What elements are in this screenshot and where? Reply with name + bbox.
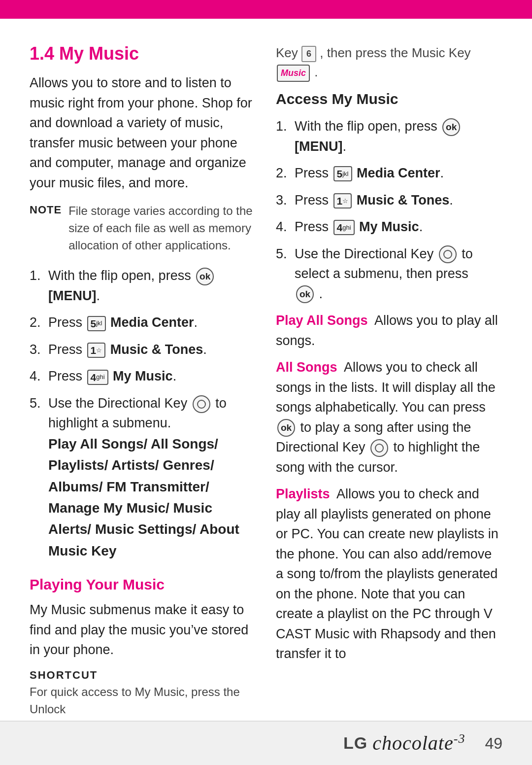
playlists-label: Playlists [276, 487, 330, 501]
right-step-5: 5. Use the Directional Key to select a s… [276, 244, 502, 304]
left-step-2: 2. Press 5jkl Media Center. [30, 313, 256, 333]
left-step-3: 3. Press 1☆ Music & Tones. [30, 340, 256, 360]
play-all-songs-text: Play All Songs Allows you to play all so… [276, 311, 502, 350]
playlist-section: Play All Songs Allows you to play all so… [276, 311, 502, 664]
access-title: Access My Music [276, 91, 502, 107]
step-num-5: 5. [30, 393, 43, 414]
note-text: File storage varies according to the siz… [68, 203, 256, 254]
right-step-2-content: Press 5jkl Media Center. [295, 163, 444, 183]
right-step-1-content: With the flip open, press ok [MENU]. [295, 116, 502, 156]
ok-icon-right-5: ok [296, 285, 314, 303]
step-num-1: 1. [30, 266, 43, 286]
playlists-text: Playlists Allows you to check and play a… [276, 484, 502, 664]
brand-superscript: -3 [454, 731, 466, 746]
step-2-content: Press 5jkl Media Center. [48, 313, 198, 333]
right-key-1-btn: 1☆ [333, 193, 352, 209]
step-num-3: 3. [30, 340, 43, 360]
playing-intro: My Music submenus make it easy to find a… [30, 600, 256, 660]
shortcut-box: SHORTCUT For quick access to My Music, p… [30, 669, 256, 718]
right-step-1: 1. With the flip open, press ok [MENU]. [276, 116, 502, 156]
left-step-1: 1. With the flip open, press ok [MENU]. [30, 266, 256, 306]
right-step-3-content: Press 1☆ Music & Tones. [295, 190, 453, 210]
key-1-btn: 1☆ [87, 343, 106, 358]
left-steps-list: 1. With the flip open, press ok [MENU]. … [30, 266, 256, 561]
page-number: 49 [485, 734, 502, 753]
left-step-4: 4. Press 4ghi My Music. [30, 366, 256, 386]
right-step-1-bold: [MENU] [295, 139, 342, 154]
ok-icon-1: ok [196, 268, 214, 285]
right-step-4-content: Press 4ghi My Music. [295, 217, 423, 237]
right-key-4-btn: 4ghi [333, 220, 355, 235]
left-column: 1.4 My Music Allows you to store and to … [30, 43, 256, 722]
right-step-num-5: 5. [276, 244, 290, 264]
section-title-my-music: 1.4 My Music [30, 43, 256, 64]
step-4-bold: My Music [113, 369, 173, 383]
step-3-bold: Music & Tones [110, 342, 203, 357]
all-songs-label: All Songs [276, 360, 337, 375]
left-step-5: 5. Use the Directional Key to highlight … [30, 393, 256, 561]
note-box: NOTE File storage varies according to th… [30, 203, 256, 254]
right-step-3: 3. Press 1☆ Music & Tones. [276, 190, 502, 210]
intro-text: Allows you to store and to listen to mus… [30, 73, 256, 193]
ok-icon-right-1: ok [442, 118, 460, 136]
all-songs-text: All Songs Allows you to check all songs … [276, 357, 502, 477]
right-step-num-4: 4. [276, 217, 290, 237]
play-all-songs-label: Play All Songs [276, 313, 368, 328]
brand-lg: LG [343, 733, 367, 753]
key-5-btn: 5jkl [87, 316, 106, 331]
top-bar [0, 0, 532, 19]
key-6-img: 6 [301, 46, 316, 62]
subsection-title-playing: Playing Your Music [30, 576, 256, 593]
to-text: to [462, 246, 473, 261]
right-step-num-3: 3. [276, 190, 290, 210]
note-label: NOTE [30, 204, 62, 254]
ok-icon-all-songs: ok [277, 419, 295, 437]
submenu-list: Play All Songs/ All Songs/Playlists/ Art… [48, 436, 239, 558]
footer-bar: LG chocolate-3 49 [0, 721, 532, 765]
step-1-bold: [MENU] [48, 288, 96, 303]
brand-logo: LG chocolate-3 [343, 731, 465, 755]
right-step-num-1: 1. [276, 116, 290, 137]
key-4-btn: 4ghi [87, 370, 108, 385]
right-step-4: 4. Press 4ghi My Music. [276, 217, 502, 237]
shortcut-continuation: Key 6 , then press the Music Key Music . [276, 43, 502, 82]
step-1-content: With the flip open, press ok [MENU]. [48, 266, 256, 306]
step-num-2: 2. [30, 313, 43, 333]
step-3-content: Press 1☆ Music & Tones. [48, 340, 207, 360]
shortcut-text: For quick access to My Music, press the … [30, 684, 256, 718]
dir-key-icon-right [439, 245, 457, 263]
dir-key-icon-left [193, 395, 210, 413]
brand-chocolate-text: chocolate [372, 732, 454, 755]
shortcut-label: SHORTCUT [30, 669, 256, 682]
right-step-4-bold: My Music [359, 219, 419, 234]
step-num-4: 4. [30, 366, 43, 386]
right-key-5-btn: 5jkl [333, 166, 352, 181]
right-step-5-content: Use the Directional Key to select a subm… [295, 244, 473, 304]
right-step-2: 2. Press 5jkl Media Center. [276, 163, 502, 183]
step-4-content: Press 4ghi My Music. [48, 366, 176, 386]
right-step-num-2: 2. [276, 163, 290, 183]
step-2-bold: Media Center [110, 315, 194, 330]
brand-chocolate: chocolate-3 [372, 731, 465, 755]
dir-key-icon-all-songs [370, 439, 388, 457]
right-column: Key 6 , then press the Music Key Music .… [276, 43, 502, 722]
right-step-3-bold: Music & Tones [357, 193, 450, 208]
right-steps-list: 1. With the flip open, press ok [MENU]. … [276, 116, 502, 304]
step-5-content: Use the Directional Key to highlight a s… [48, 393, 256, 561]
music-key-icon: Music [277, 65, 310, 82]
right-step-2-bold: Media Center [357, 166, 440, 180]
